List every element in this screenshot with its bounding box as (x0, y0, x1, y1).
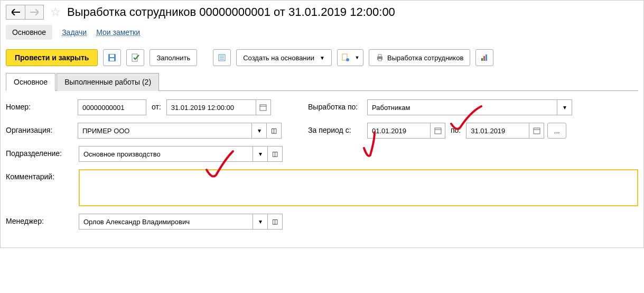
reports-button[interactable] (475, 49, 493, 66)
post-button[interactable] (126, 49, 144, 66)
settings-button[interactable]: ▼ (337, 49, 363, 66)
print-report-label: Выработка сотрудников (387, 54, 463, 62)
svg-rect-2 (110, 58, 114, 61)
print-report-button[interactable]: Выработка сотрудников (369, 49, 470, 66)
open-button[interactable]: ◫ (267, 123, 282, 139)
org-label: Организация: (6, 123, 74, 134)
subnav-tasks[interactable]: Задачи (62, 28, 87, 36)
svg-rect-11 (378, 54, 381, 57)
period-from-label: За период с: (306, 123, 364, 138)
from-label: от: (150, 99, 163, 114)
calendar-button[interactable] (431, 123, 445, 139)
svg-rect-20 (534, 128, 540, 134)
calendar-button[interactable] (256, 99, 271, 115)
open-icon: ◫ (272, 150, 278, 158)
list-button[interactable] (213, 49, 231, 66)
document-gear-icon (341, 53, 350, 62)
period-from-input[interactable] (367, 123, 431, 139)
create-based-on-button[interactable]: Создать на основании ▼ (236, 49, 332, 66)
chevron-down-icon: ▼ (355, 55, 360, 60)
comment-label: Комментарий: (6, 169, 74, 181)
svg-rect-13 (481, 58, 483, 61)
page-title: Выработка сотрудников 00000000001 от 31.… (67, 5, 395, 19)
svg-point-9 (346, 58, 349, 61)
vyrabotka-po-label: Выработка по: (306, 99, 364, 114)
fill-button[interactable]: Заполнить (150, 49, 197, 66)
period-more-button[interactable]: ... (547, 123, 566, 139)
save-icon (108, 53, 116, 62)
svg-rect-12 (378, 59, 381, 61)
favorite-star-icon[interactable]: ☆ (50, 5, 61, 19)
dropdown-button[interactable]: ▾ (252, 123, 267, 139)
svg-rect-14 (483, 56, 485, 61)
chevron-down-icon: ▾ (563, 104, 566, 111)
chevron-down-icon: ▾ (259, 218, 262, 225)
subnav-main[interactable]: Основное (6, 25, 52, 40)
chevron-down-icon: ▼ (320, 55, 325, 61)
post-and-close-button[interactable]: Провести и закрыть (6, 49, 98, 66)
calendar-icon (259, 104, 267, 111)
create-based-label: Создать на основании (243, 54, 314, 62)
dropdown-button[interactable]: ▾ (253, 146, 268, 162)
manager-label: Менеджер: (6, 214, 74, 225)
post-icon (131, 53, 139, 62)
calendar-icon (434, 127, 442, 134)
tab-completed-works[interactable]: Выполненные работы (2) (57, 73, 159, 91)
chevron-down-icon: ▾ (259, 150, 262, 158)
dropdown-button[interactable]: ▾ (253, 214, 268, 230)
subdiv-input[interactable] (79, 146, 253, 162)
period-to-input[interactable] (466, 123, 529, 139)
svg-rect-16 (260, 105, 266, 111)
period-to-label: по: (449, 123, 463, 138)
back-button[interactable] (6, 5, 25, 20)
calendar-button[interactable] (529, 123, 544, 139)
open-icon: ◫ (271, 127, 277, 134)
svg-rect-18 (435, 128, 441, 134)
subnav-notes[interactable]: Мои заметки (96, 28, 140, 36)
svg-rect-1 (110, 54, 114, 57)
forward-button[interactable] (25, 5, 44, 20)
list-icon (218, 53, 226, 62)
date-input[interactable] (166, 99, 256, 115)
open-icon: ◫ (272, 218, 278, 225)
printer-icon (376, 53, 384, 62)
subdiv-label: Подразделение: (6, 146, 74, 158)
svg-rect-15 (486, 54, 487, 61)
chevron-down-icon: ▾ (258, 127, 261, 134)
open-button[interactable]: ◫ (268, 214, 283, 230)
comment-textarea[interactable] (79, 169, 638, 206)
number-label: Номер: (6, 99, 74, 111)
tab-main[interactable]: Основное (6, 73, 55, 91)
calendar-icon (533, 127, 540, 134)
org-input[interactable] (78, 123, 252, 139)
save-button[interactable] (103, 49, 121, 66)
manager-input[interactable] (79, 214, 253, 230)
dropdown-button[interactable]: ▾ (557, 99, 572, 115)
chart-icon (480, 53, 489, 62)
vyrabotka-po-select[interactable] (367, 99, 557, 115)
number-input[interactable] (78, 99, 146, 115)
open-button[interactable]: ◫ (268, 146, 283, 162)
